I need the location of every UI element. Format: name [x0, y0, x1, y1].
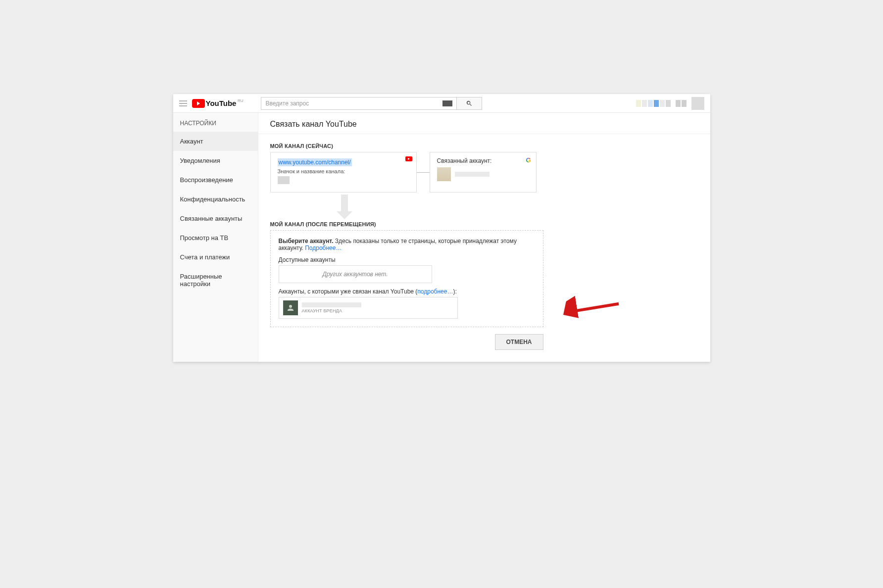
sidebar-title: НАСТРОЙКИ [173, 113, 258, 132]
choose-bold: Выберите аккаунт. [279, 238, 334, 245]
app-window: YouTube RU НАСТРОЙКИ Аккаунт Уведомления… [173, 94, 710, 362]
person-icon [283, 300, 298, 315]
search-input[interactable] [261, 97, 456, 110]
choose-account-text: Выберите аккаунт. Здесь показаны только … [279, 238, 535, 251]
sidebar-item-linked[interactable]: Связанные аккаунты [173, 209, 258, 228]
no-accounts-box: Других аккаунтов нет. [279, 265, 432, 283]
blurred-toolbar [636, 100, 687, 107]
sidebar-item-account[interactable]: Аккаунт [173, 132, 258, 151]
section-now-label: МОЙ КАНАЛ (СЕЙЧАС) [270, 143, 698, 149]
move-target-box: Выберите аккаунт. Здесь показаны только … [270, 230, 543, 327]
sidebar: НАСТРОЙКИ Аккаунт Уведомления Воспроизве… [173, 113, 258, 362]
sidebar-item-tv[interactable]: Просмотр на ТВ [173, 228, 258, 247]
annotation-arrow-icon [563, 291, 622, 326]
cancel-button[interactable]: ОТМЕНА [495, 334, 543, 350]
sidebar-item-label: Уведомления [180, 157, 220, 164]
menu-icon[interactable] [179, 100, 187, 106]
sidebar-item-privacy[interactable]: Конфиденциальность [173, 190, 258, 209]
divider [258, 134, 710, 134]
search-box [261, 97, 482, 110]
blurred-brand-name [302, 302, 361, 307]
linked-account-avatar [437, 167, 451, 181]
logo-region: RU [238, 98, 244, 103]
linked-account-row [437, 167, 529, 181]
youtube-icon [405, 156, 412, 161]
topbar-right [636, 97, 704, 110]
linked-account-label: Связанный аккаунт: [437, 157, 529, 164]
cards-row: www.youtube.com/channel/ Значок и назван… [270, 152, 698, 193]
down-arrow-icon [337, 195, 352, 219]
brand-account-row[interactable]: АККАУНТ БРЕНДА [279, 297, 458, 319]
already-linked-label: Аккаунты, с которыми уже связан канал Yo… [279, 288, 535, 295]
body: НАСТРОЙКИ Аккаунт Уведомления Воспроизве… [173, 113, 710, 362]
sidebar-item-playback[interactable]: Воспроизведение [173, 170, 258, 190]
sidebar-item-label: Конфиденциальность [180, 196, 245, 203]
play-icon [192, 99, 205, 108]
brand-account-label: АККАУНТ БРЕНДА [302, 308, 361, 313]
brand-account-text: АККАУНТ БРЕНДА [302, 302, 361, 313]
search-button[interactable] [456, 97, 482, 110]
logo-text: YouTube [206, 99, 237, 107]
youtube-logo[interactable]: YouTube RU [192, 99, 237, 108]
google-icon: G [526, 156, 531, 164]
channel-sub-label: Значок и название канала: [278, 168, 409, 174]
sidebar-item-advanced[interactable]: Расширенные настройки [173, 267, 258, 294]
sidebar-item-label: Связанные аккаунты [180, 215, 243, 222]
keyboard-icon[interactable] [442, 100, 452, 106]
channel-thumbnail [278, 176, 290, 184]
blurred-name [455, 172, 490, 177]
sidebar-item-label: Воспроизведение [180, 176, 233, 184]
page-title: Связать канал YouTube [270, 120, 698, 134]
section-after-label: МОЙ КАНАЛ (ПОСЛЕ ПЕРЕМЕЩЕНИЯ) [270, 221, 698, 227]
channel-url-link[interactable]: www.youtube.com/channel/ [278, 158, 352, 166]
no-accounts-text: Других аккаунтов нет. [322, 271, 388, 278]
main-content: Связать канал YouTube МОЙ КАНАЛ (СЕЙЧАС)… [258, 113, 710, 362]
sidebar-item-billing[interactable]: Счета и платежи [173, 247, 258, 267]
connector-line [417, 172, 430, 173]
sidebar-item-label: Просмотр на ТВ [180, 234, 229, 242]
linked-account-card: G Связанный аккаунт: [430, 152, 537, 193]
already-linked-suffix: ): [453, 288, 456, 295]
current-channel-card: www.youtube.com/channel/ Значок и назван… [270, 152, 417, 193]
already-linked-more-link[interactable]: подробнее… [417, 288, 453, 295]
footer-actions: ОТМЕНА [270, 327, 543, 352]
sidebar-item-label: Расширенные настройки [180, 273, 222, 288]
sidebar-item-label: Аккаунт [180, 138, 203, 145]
sidebar-item-notifications[interactable]: Уведомления [173, 151, 258, 170]
sidebar-item-label: Счета и платежи [180, 253, 230, 261]
available-accounts-label: Доступные аккаунты [279, 256, 535, 263]
avatar[interactable] [691, 97, 704, 110]
search-icon [466, 100, 473, 107]
topbar: YouTube RU [173, 94, 710, 113]
already-linked-prefix: Аккаунты, с которыми уже связан канал Yo… [279, 288, 418, 295]
learn-more-link[interactable]: Подробнее… [305, 245, 342, 251]
